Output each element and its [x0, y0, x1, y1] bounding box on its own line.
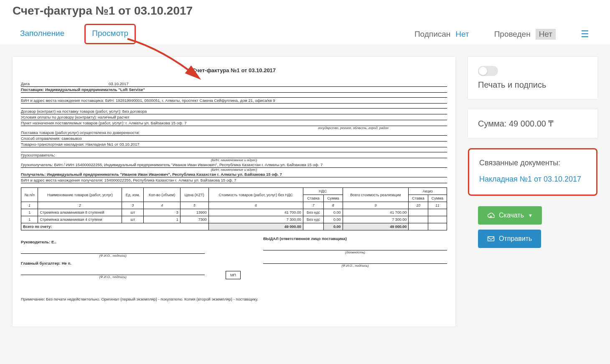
- tab-view[interactable]: Просмотр: [84, 24, 136, 44]
- download-button[interactable]: Скачать ▼: [478, 206, 542, 225]
- document-preview: Счет-фактура №1 от 03.10.2017 Дата03.10.…: [13, 57, 455, 326]
- linked-documents-card: Связанные документы: Накладная №1 от 03.…: [468, 148, 597, 196]
- table-row: 1Стремянка алюминиевая 8 ступенейшт 3139…: [21, 209, 447, 216]
- envelope-icon: [487, 235, 495, 243]
- doc-note: Примечание: Без печати недействительно. …: [21, 297, 447, 301]
- print-sign-toggle[interactable]: [478, 66, 498, 76]
- svg-rect-1: [488, 237, 494, 241]
- linked-doc-link[interactable]: Накладная №1 от 03.10.2017: [479, 175, 581, 183]
- cloud-download-icon: [487, 212, 495, 219]
- tab-fill[interactable]: Заполнение: [13, 24, 72, 44]
- status-signed: Подписан Нет: [414, 30, 469, 39]
- status-posted: Проведен Нет: [494, 29, 556, 40]
- print-sign-card: Печать и подпись: [468, 57, 597, 99]
- sum-card: Сумма: 49 000.00 ₸: [468, 109, 597, 138]
- page-title: Счет-фактура №1 от 03.10.2017: [13, 4, 597, 18]
- table-row: 1Стремянка алюминиевая 4 ступеништ 17300…: [21, 216, 447, 223]
- doc-title: Счет-фактура №1 от 03.10.2017: [21, 67, 447, 73]
- items-table: № п/п Наименование товаров (работ, услуг…: [21, 187, 447, 230]
- stamp-placeholder: МП: [226, 271, 241, 279]
- caret-down-icon: ▼: [528, 213, 533, 218]
- send-button[interactable]: Отправить: [478, 230, 541, 248]
- hamburger-icon[interactable]: ☰: [581, 29, 589, 40]
